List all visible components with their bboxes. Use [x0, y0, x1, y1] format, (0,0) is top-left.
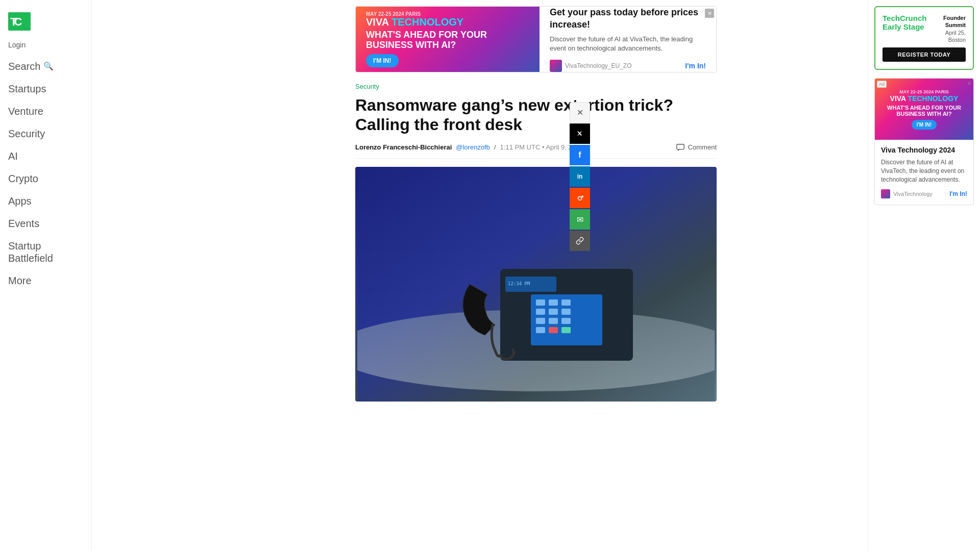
- meta-divider: /: [494, 143, 496, 151]
- ad-right-panel: Get your pass today before prices increa…: [540, 7, 716, 72]
- svg-rect-12: [561, 309, 571, 315]
- promo-date-info: Founder Summit April 25, Boston: [938, 14, 966, 43]
- share-facebook-button[interactable]: f: [570, 145, 590, 165]
- sidebar-item-startups[interactable]: Startups: [0, 78, 91, 100]
- reddit-icon: [575, 193, 584, 203]
- sidebar-item-ai[interactable]: AI: [0, 145, 91, 167]
- ad-source: VivaTechnology_EU_ZO: [550, 60, 632, 72]
- login-link[interactable]: Login: [0, 39, 91, 55]
- comment-button[interactable]: Comment: [676, 143, 717, 152]
- sidebar: TC Login Search 🔍 Startups Venture Secur…: [0, 0, 92, 551]
- main-content: Ad ✕ MAY 22-25 2024 PARIS VIVA TECHNOLOG…: [92, 0, 980, 551]
- search-button[interactable]: Search 🔍: [0, 55, 91, 78]
- ad-headline: Get your pass today before prices increa…: [550, 7, 706, 31]
- ad-sub-text: Discover the future of AI at VivaTech, t…: [550, 35, 706, 53]
- right-ad-label: Ad: [877, 81, 887, 88]
- right-ad-body: Viva Technology 2024 Discover the future…: [875, 140, 973, 204]
- sidebar-item-venture[interactable]: Venture: [0, 100, 91, 122]
- svg-rect-17: [549, 327, 558, 333]
- sidebar-item-events[interactable]: Events: [0, 212, 91, 235]
- right-ad-source-logo-icon: [881, 189, 890, 198]
- sidebar-item-apps[interactable]: Apps: [0, 190, 91, 212]
- ad-left-panel: MAY 22-25 2024 PARIS VIVA TECHNOLOGY WHA…: [356, 7, 540, 72]
- ad-brand: VIVA TECHNOLOGY: [366, 17, 529, 27]
- facebook-icon: f: [578, 151, 581, 160]
- author-handle[interactable]: @lorenzofb: [456, 143, 490, 151]
- right-ad-date: MAY 22-25 2024 PARIS: [899, 89, 948, 94]
- social-share-bar: ✕ f in ✉: [570, 102, 590, 251]
- promo-event-date: April 25, Boston: [938, 29, 966, 44]
- svg-text:12:34 PM: 12:34 PM: [508, 281, 530, 286]
- svg-rect-10: [536, 309, 545, 315]
- article-meta: Lorenzo Franceschi-Bicchierai @lorenzofb…: [355, 143, 717, 159]
- ad-right-cta-button[interactable]: I'm In!: [685, 62, 706, 70]
- svg-rect-13: [536, 318, 545, 324]
- author-info: Lorenzo Franceschi-Bicchierai @lorenzofb…: [355, 143, 583, 151]
- share-reddit-button[interactable]: [570, 188, 590, 208]
- svg-rect-2: [676, 144, 683, 149]
- svg-rect-15: [561, 318, 571, 324]
- svg-rect-9: [561, 299, 571, 306]
- share-email-button[interactable]: ✉: [570, 209, 590, 230]
- article-hero-image: 12:34 PM: [355, 167, 717, 402]
- svg-point-23: [581, 198, 582, 199]
- ad-left-cta-button[interactable]: I'M IN!: [366, 54, 399, 67]
- right-ad-brand: VIVA TECHNOLOGY: [890, 94, 959, 103]
- right-ad-im-in-button[interactable]: I'm In!: [949, 190, 967, 197]
- share-link-button[interactable]: [570, 231, 590, 251]
- article-wrapper: Security Ransomware gang’s new extortion…: [347, 72, 725, 412]
- svg-rect-14: [549, 318, 558, 324]
- promo-title: TechCrunch Early Stage: [883, 14, 938, 31]
- comment-icon: [676, 143, 685, 152]
- ad-source-name: VivaTechnology_EU_ZO: [565, 62, 632, 69]
- sidebar-item-crypto[interactable]: Crypto: [0, 167, 91, 190]
- link-icon: [576, 237, 584, 245]
- right-ad-title: Viva Technology 2024: [881, 146, 967, 154]
- promo-register-button[interactable]: REGISTER TODAY: [883, 47, 966, 62]
- right-ad-close-button[interactable]: ✕: [967, 81, 971, 86]
- promo-card: TechCrunch Early Stage Founder Summit Ap…: [874, 6, 974, 70]
- x-icon: [576, 130, 584, 138]
- search-icon: 🔍: [43, 61, 54, 71]
- svg-rect-11: [549, 309, 558, 315]
- linkedin-icon: in: [577, 173, 583, 180]
- svg-rect-16: [536, 327, 545, 333]
- ad-footer: VivaTechnology_EU_ZO I'm In!: [550, 60, 706, 72]
- ad-source-logo-icon: [550, 60, 562, 72]
- share-x-button[interactable]: [570, 123, 590, 144]
- author-name[interactable]: Lorenzo Franceschi-Bicchierai: [355, 143, 452, 151]
- right-ad-source-name: VivaTechnology: [893, 191, 933, 197]
- sidebar-item-security[interactable]: Security: [0, 122, 91, 145]
- sidebar-item-more[interactable]: More: [0, 269, 91, 292]
- logo[interactable]: TC: [0, 8, 91, 39]
- ad-container: Ad ✕ MAY 22-25 2024 PARIS VIVA TECHNOLOG…: [355, 6, 717, 72]
- comment-label: Comment: [688, 143, 717, 151]
- tc-logo-icon: TC: [8, 12, 31, 31]
- right-sidebar: TechCrunch Early Stage Founder Summit Ap…: [868, 0, 980, 551]
- share-linkedin-button[interactable]: in: [570, 166, 590, 187]
- email-icon: ✉: [577, 215, 583, 224]
- ad-tagline: WHAT'S AHEAD FOR YOUR BUSINESS WITH AI?: [366, 30, 529, 51]
- promo-event-name: Founder Summit: [938, 14, 966, 29]
- category-tag[interactable]: Security: [355, 83, 717, 90]
- hero-illustration: 12:34 PM: [357, 167, 715, 402]
- right-ad-desc: Discover the future of AI at VivaTech, t…: [881, 158, 967, 184]
- svg-rect-7: [536, 299, 545, 306]
- top-ad-banner: Ad ✕ MAY 22-25 2024 PARIS VIVA TECHNOLOG…: [347, 0, 725, 72]
- promo-title-green: TechCrunch Early Stage: [883, 14, 938, 31]
- right-ad-tagline: WHAT'S AHEAD FOR YOUR BUSINESS WITH AI?: [881, 105, 967, 117]
- svg-point-22: [578, 198, 579, 199]
- svg-text:TC: TC: [10, 15, 22, 28]
- svg-rect-8: [549, 299, 558, 306]
- right-ad-card: Ad ✕ MAY 22-25 2024 PARIS VIVA TECHNOLOG…: [874, 78, 974, 205]
- right-ad-footer: VivaTechnology I'm In!: [881, 189, 967, 198]
- share-close-button[interactable]: ✕: [570, 102, 590, 122]
- sidebar-item-startup-battlefield[interactable]: Startup Battlefield: [0, 235, 91, 269]
- ad-close-button[interactable]: ✕: [705, 9, 714, 18]
- right-ad-cta-button[interactable]: I'M IN!: [912, 120, 937, 130]
- article-title: Ransomware gang’s new extortion trick? C…: [355, 95, 717, 135]
- right-ad-source: VivaTechnology: [881, 189, 933, 198]
- right-ad-image: MAY 22-25 2024 PARIS VIVA TECHNOLOGY WHA…: [875, 79, 973, 140]
- search-text: Search: [8, 60, 40, 72]
- svg-rect-18: [561, 327, 571, 333]
